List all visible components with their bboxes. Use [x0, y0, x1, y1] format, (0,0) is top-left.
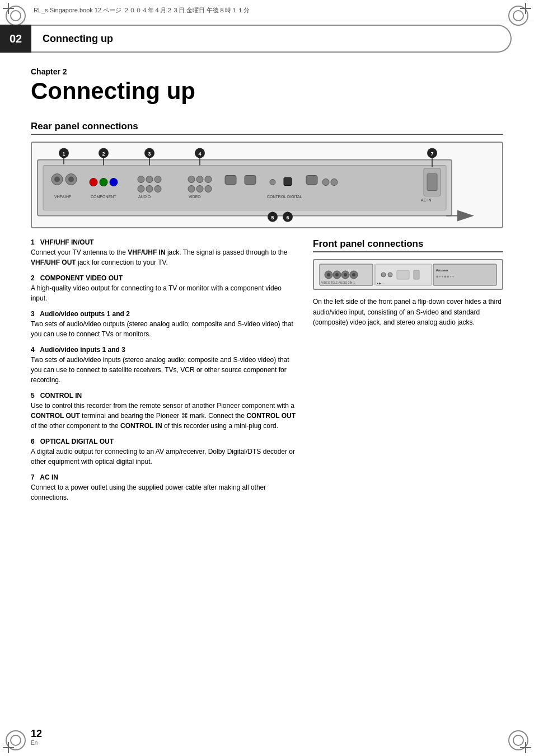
- front-panel-section: Front panel connections VIDE: [313, 238, 503, 328]
- right-column: Front panel connections VIDE: [313, 238, 503, 509]
- desc-item-6: 6 OPTICAL DIGITAL OUT A digital audio ou…: [31, 438, 296, 467]
- svg-point-72: [388, 273, 392, 277]
- chapter-number: 02: [0, 25, 31, 53]
- svg-point-27: [270, 180, 275, 185]
- desc-body-2: A high-quality video output for connecti…: [31, 283, 296, 303]
- desc-title-4: 4 Audio/video inputs 1 and 3: [31, 346, 296, 354]
- svg-text:VHF/UHF: VHF/UHF: [54, 195, 71, 199]
- svg-rect-1: [43, 166, 446, 210]
- svg-rect-25: [225, 176, 236, 185]
- svg-point-15: [146, 186, 153, 192]
- svg-point-71: [381, 273, 386, 277]
- desc-title-6: 6 OPTICAL DIGITAL OUT: [31, 438, 296, 445]
- svg-point-9: [110, 179, 118, 186]
- desc-title-2: 2 COMPONENT VIDEO OUT: [31, 274, 296, 282]
- svg-text:⊕ + + ⊕ ⊕ + +: ⊕ + + ⊕ ⊕ + +: [436, 275, 454, 278]
- svg-text:AUDIO: AUDIO: [138, 195, 151, 199]
- svg-point-65: [344, 273, 347, 276]
- crosshair-bl: [3, 742, 14, 753]
- desc-body-5: Use to control this recorder from the re…: [31, 401, 296, 431]
- left-column: 1 VHF/UHF IN/OUT Connect your TV antenna…: [31, 238, 296, 509]
- svg-point-63: [335, 273, 339, 276]
- svg-text:COMPONENT: COMPONENT: [91, 195, 116, 199]
- svg-point-31: [322, 179, 329, 186]
- svg-text:● ▶ ○: ● ▶ ○: [377, 281, 384, 285]
- svg-point-18: [188, 176, 195, 183]
- page-language: En: [31, 740, 38, 746]
- desc-item-7: 7 AC IN Connect to a power outlet using …: [31, 473, 296, 503]
- desc-title-3: 3 Audio/video outputs 1 and 2: [31, 310, 296, 318]
- svg-point-20: [205, 176, 212, 183]
- desc-item-3: 3 Audio/video outputs 1 and 2 Two sets o…: [31, 310, 296, 339]
- svg-point-3: [54, 177, 60, 182]
- svg-point-12: [146, 176, 153, 183]
- desc-body-1: Connect your TV antenna to the VHF/UHF I…: [31, 247, 296, 267]
- svg-text:AC IN: AC IN: [421, 198, 432, 202]
- chapter-title-text: Connecting up: [43, 33, 113, 45]
- chapter-header: 02 Connecting up: [0, 25, 534, 53]
- svg-point-11: [138, 176, 144, 183]
- front-panel-body: On the left side of the front panel a fl…: [313, 297, 503, 328]
- two-column-layout: 1 VHF/UHF IN/OUT Connect your TV antenna…: [31, 238, 503, 509]
- svg-point-13: [154, 176, 161, 183]
- header-bar: RL_s Singapore.book 12 ページ ２００４年４月２３日 金曜…: [0, 0, 534, 21]
- desc-body-3: Two sets of audio/video outputs (stereo …: [31, 319, 296, 339]
- desc-item-2: 2 COMPONENT VIDEO OUT A high-quality vid…: [31, 274, 296, 303]
- svg-text:2: 2: [102, 151, 105, 157]
- svg-point-32: [331, 179, 338, 186]
- page-number: 12: [31, 728, 42, 740]
- desc-body-6: A digital audio output for connecting to…: [31, 447, 296, 467]
- front-panel-diagram: VIDEO TELE AUDIO 2IN-1 ● ▶ ○ Pioneer: [313, 259, 503, 290]
- file-info: RL_s Singapore.book 12 ページ ２００４年４月２３日 金曜…: [34, 6, 250, 15]
- svg-rect-74: [414, 270, 419, 279]
- svg-rect-34: [427, 174, 437, 191]
- svg-text:3: 3: [148, 151, 151, 157]
- svg-rect-28: [284, 178, 292, 186]
- svg-text:Pioneer: Pioneer: [436, 269, 449, 272]
- svg-point-8: [100, 179, 107, 186]
- desc-title-7: 7 AC IN: [31, 473, 296, 481]
- svg-text:7: 7: [430, 151, 433, 157]
- main-content: Chapter 2 Connecting up Rear panel conne…: [31, 62, 503, 509]
- chapter-title-pill: Connecting up: [31, 25, 512, 53]
- svg-point-67: [352, 273, 355, 276]
- svg-text:VIDEO: VIDEO: [189, 195, 201, 199]
- svg-rect-30: [306, 176, 317, 185]
- svg-text:VIDEO  TELE  AUDIO  2IN-1: VIDEO TELE AUDIO 2IN-1: [321, 281, 355, 284]
- svg-rect-26: [245, 176, 256, 185]
- svg-point-16: [154, 186, 161, 192]
- svg-point-61: [327, 273, 330, 276]
- svg-point-22: [196, 186, 203, 192]
- chapter-big-title: Connecting up: [31, 78, 503, 104]
- desc-title-5: 5 CONTROL IN: [31, 392, 296, 400]
- desc-item-4: 4 Audio/video inputs 1 and 3 Two sets of…: [31, 346, 296, 385]
- desc-body-4: Two sets of audio/video inputs (stereo a…: [31, 355, 296, 385]
- desc-body-7: Connect to a power outlet using the supp…: [31, 482, 296, 503]
- rear-panel-heading: Rear panel connections: [31, 121, 503, 135]
- svg-marker-36: [457, 210, 474, 222]
- svg-point-23: [205, 186, 212, 192]
- desc-item-1: 1 VHF/UHF IN/OUT Connect your TV antenna…: [31, 238, 296, 267]
- svg-point-21: [188, 186, 195, 192]
- svg-point-14: [138, 186, 144, 192]
- svg-point-19: [196, 176, 203, 183]
- svg-rect-73: [397, 270, 409, 279]
- svg-text:4: 4: [198, 151, 201, 157]
- crosshair-br: [520, 742, 531, 753]
- footer: 12 En: [31, 728, 42, 746]
- front-panel-heading: Front panel connections: [313, 238, 503, 252]
- desc-item-5: 5 CONTROL IN Use to control this recorde…: [31, 392, 296, 431]
- chapter-label: Chapter 2: [31, 67, 503, 76]
- svg-point-7: [90, 179, 97, 186]
- rear-panel-diagram: VHF/UHF COMPONENT AUDIO VIDEO: [31, 142, 503, 228]
- svg-text:CONTROL  DIGITAL: CONTROL DIGITAL: [267, 195, 302, 199]
- desc-title-1: 1 VHF/UHF IN/OUT: [31, 238, 296, 246]
- svg-point-5: [68, 177, 74, 182]
- svg-text:1: 1: [62, 151, 65, 157]
